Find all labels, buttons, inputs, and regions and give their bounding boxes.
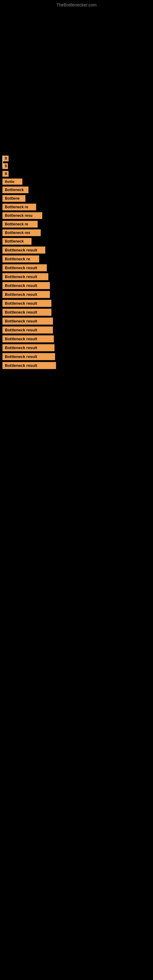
page-wrapper: TheBottlenecker.com BBBBottleBottleneckB… <box>0 0 153 369</box>
items-container: BBBBottleBottleneckBottleneBottleneck re… <box>0 9 153 369</box>
list-item: Bottleneck result <box>2 309 153 316</box>
list-item: Bottleneck result <box>2 362 153 369</box>
bottleneck-result-label: B <box>2 156 9 161</box>
bottleneck-result-label: Bottle <box>2 178 22 185</box>
list-item: Bottleneck re <box>2 255 153 262</box>
bottleneck-result-label: Bottleneck re <box>2 255 39 262</box>
bottleneck-result-label: Bottleneck <box>2 186 29 193</box>
bottleneck-result-label: Bottleneck result <box>2 318 53 325</box>
list-item: Bottleneck resu <box>2 212 153 219</box>
bottleneck-result-label: Bottlene <box>2 195 26 202</box>
bottleneck-result-label: Bottleneck result <box>2 326 53 334</box>
list-item: Bottleneck result <box>2 291 153 298</box>
list-item: B <box>2 156 153 161</box>
bottleneck-result-label: Bottleneck result <box>2 291 50 298</box>
list-item: Bottleneck result <box>2 335 153 342</box>
bottleneck-result-label: Bottleneck res <box>2 229 41 236</box>
list-item: Bottleneck result <box>2 264 153 271</box>
bottleneck-result-label: Bottleneck result <box>2 362 56 369</box>
bottleneck-result-label: Bottleneck result <box>2 273 48 280</box>
list-item: Bottleneck result <box>2 353 153 360</box>
list-item: Bottleneck result <box>2 344 153 351</box>
list-item: Bottleneck result <box>2 318 153 325</box>
site-title: TheBottlenecker.com <box>0 0 153 9</box>
list-item: Bottleneck re <box>2 221 153 228</box>
list-item: Bottleneck result <box>2 326 153 334</box>
list-item: B <box>2 163 153 169</box>
list-item: B <box>2 171 153 177</box>
list-item: Bottleneck result <box>2 247 153 254</box>
list-item: Bottleneck <box>2 186 153 193</box>
list-item: Bottlene <box>2 195 153 202</box>
list-item: Bottleneck result <box>2 300 153 307</box>
bottleneck-result-label: Bottleneck result <box>2 282 50 289</box>
bottleneck-result-label: Bottleneck result <box>2 300 51 307</box>
list-item: Bottleneck re <box>2 204 153 210</box>
list-item: Bottleneck result <box>2 282 153 289</box>
bottleneck-result-label: Bottleneck re <box>2 221 38 228</box>
bottleneck-result-label: Bottleneck re <box>2 204 36 210</box>
bottleneck-result-label: Bottleneck result <box>2 309 51 316</box>
bottleneck-result-label: Bottleneck <box>2 238 32 245</box>
bottleneck-result-label: Bottleneck result <box>2 264 47 271</box>
bottleneck-result-label: Bottleneck resu <box>2 212 42 219</box>
bottleneck-result-label: Bottleneck result <box>2 247 45 254</box>
list-item: Bottleneck res <box>2 229 153 236</box>
list-item: Bottleneck <box>2 238 153 245</box>
content-area: BBBBottleBottleneckBottleneBottleneck re… <box>0 9 153 369</box>
list-item: Bottle <box>2 178 153 185</box>
bottleneck-result-label: B <box>2 163 8 169</box>
list-item: Bottleneck result <box>2 273 153 280</box>
bottleneck-result-label: Bottleneck result <box>2 335 54 342</box>
vertical-line <box>2 156 3 168</box>
bottleneck-result-label: B <box>2 171 9 177</box>
bottleneck-result-label: Bottleneck result <box>2 344 54 351</box>
bottleneck-result-label: Bottleneck result <box>2 353 55 360</box>
